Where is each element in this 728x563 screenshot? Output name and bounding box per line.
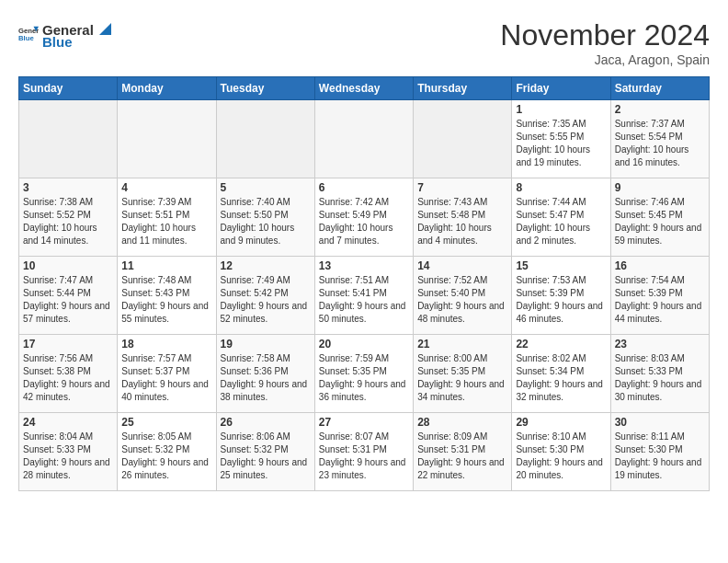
title-block: November 2024 Jaca, Aragon, Spain [500,18,710,67]
calendar-day-20: 20Sunrise: 7:59 AM Sunset: 5:35 PM Dayli… [314,335,413,413]
day-number: 20 [319,338,409,350]
calendar-day-empty [216,100,314,178]
calendar-day-11: 11Sunrise: 7:48 AM Sunset: 5:43 PM Dayli… [118,257,216,335]
day-info: Sunrise: 7:54 AM Sunset: 5:39 PM Dayligh… [615,274,705,326]
calendar-header-thursday: Thursday [414,77,512,100]
day-info: Sunrise: 8:07 AM Sunset: 5:31 PM Dayligh… [319,431,409,482]
day-number: 16 [615,259,705,272]
day-number: 9 [615,181,705,194]
day-info: Sunrise: 7:46 AM Sunset: 5:45 PM Dayligh… [615,196,705,247]
calendar-week-3: 10Sunrise: 7:47 AM Sunset: 5:44 PM Dayli… [19,257,710,335]
calendar-day-28: 28Sunrise: 8:09 AM Sunset: 5:31 PM Dayli… [414,413,512,491]
calendar-day-26: 26Sunrise: 8:06 AM Sunset: 5:32 PM Dayli… [216,413,314,491]
day-info: Sunrise: 7:40 AM Sunset: 5:50 PM Dayligh… [221,196,311,247]
day-number: 1 [516,103,606,116]
day-number: 23 [615,338,705,350]
day-info: Sunrise: 8:00 AM Sunset: 5:35 PM Dayligh… [417,352,507,404]
calendar-day-23: 23Sunrise: 8:03 AM Sunset: 5:33 PM Dayli… [610,335,709,413]
month-title: November 2024 [500,18,710,52]
calendar-day-empty [314,100,413,178]
day-info: Sunrise: 7:56 AM Sunset: 5:38 PM Dayligh… [23,352,113,404]
day-number: 25 [121,416,211,429]
calendar-week-1: 1Sunrise: 7:35 AM Sunset: 5:55 PM Daylig… [19,100,710,178]
day-info: Sunrise: 7:35 AM Sunset: 5:55 PM Dayligh… [516,118,606,169]
calendar-header-sunday: Sunday [19,77,118,100]
day-info: Sunrise: 8:11 AM Sunset: 5:30 PM Dayligh… [615,431,705,482]
calendar-week-4: 17Sunrise: 7:56 AM Sunset: 5:38 PM Dayli… [19,335,710,413]
calendar-day-24: 24Sunrise: 8:04 AM Sunset: 5:33 PM Dayli… [19,413,118,491]
calendar-day-8: 8Sunrise: 7:44 AM Sunset: 5:47 PM Daylig… [512,178,610,257]
day-number: 27 [319,416,409,429]
calendar-header-monday: Monday [118,77,216,100]
day-number: 29 [516,416,606,429]
calendar-day-14: 14Sunrise: 7:52 AM Sunset: 5:40 PM Dayli… [414,257,512,335]
calendar-day-29: 29Sunrise: 8:10 AM Sunset: 5:30 PM Dayli… [512,413,610,491]
calendar-day-4: 4Sunrise: 7:39 AM Sunset: 5:51 PM Daylig… [118,178,216,257]
calendar-day-30: 30Sunrise: 8:11 AM Sunset: 5:30 PM Dayli… [610,413,709,491]
day-number: 19 [221,338,311,350]
day-number: 17 [23,338,113,350]
day-number: 2 [615,103,705,116]
day-info: Sunrise: 7:39 AM Sunset: 5:51 PM Dayligh… [121,196,211,247]
calendar-day-13: 13Sunrise: 7:51 AM Sunset: 5:41 PM Dayli… [314,257,413,335]
calendar-day-2: 2Sunrise: 7:37 AM Sunset: 5:54 PM Daylig… [610,100,709,178]
day-info: Sunrise: 8:10 AM Sunset: 5:30 PM Dayligh… [516,431,606,482]
calendar-header-friday: Friday [512,77,610,100]
day-info: Sunrise: 7:47 AM Sunset: 5:44 PM Dayligh… [23,274,113,326]
calendar-week-5: 24Sunrise: 8:04 AM Sunset: 5:33 PM Dayli… [19,413,710,491]
day-number: 22 [516,338,606,350]
day-info: Sunrise: 7:48 AM Sunset: 5:43 PM Dayligh… [121,274,211,326]
day-info: Sunrise: 7:49 AM Sunset: 5:42 PM Dayligh… [221,274,311,326]
day-number: 12 [221,259,311,272]
calendar-day-15: 15Sunrise: 7:53 AM Sunset: 5:39 PM Dayli… [512,257,610,335]
calendar-day-empty [118,100,216,178]
calendar-day-1: 1Sunrise: 7:35 AM Sunset: 5:55 PM Daylig… [512,100,610,178]
logo: General Blue General Blue [18,18,112,50]
day-number: 24 [23,416,113,429]
svg-text:Blue: Blue [18,34,34,42]
day-info: Sunrise: 7:51 AM Sunset: 5:41 PM Dayligh… [319,274,409,326]
day-info: Sunrise: 8:04 AM Sunset: 5:33 PM Dayligh… [23,431,113,482]
day-info: Sunrise: 7:38 AM Sunset: 5:52 PM Dayligh… [23,196,113,247]
calendar-day-19: 19Sunrise: 7:58 AM Sunset: 5:36 PM Dayli… [216,335,314,413]
day-number: 13 [319,259,409,272]
calendar-day-12: 12Sunrise: 7:49 AM Sunset: 5:42 PM Dayli… [216,257,314,335]
calendar-day-10: 10Sunrise: 7:47 AM Sunset: 5:44 PM Dayli… [19,257,118,335]
calendar-day-9: 9Sunrise: 7:46 AM Sunset: 5:45 PM Daylig… [610,178,709,257]
day-number: 15 [516,259,606,272]
calendar-week-2: 3Sunrise: 7:38 AM Sunset: 5:52 PM Daylig… [19,178,710,257]
day-info: Sunrise: 7:58 AM Sunset: 5:36 PM Dayligh… [221,352,311,404]
calendar-day-25: 25Sunrise: 8:05 AM Sunset: 5:32 PM Dayli… [118,413,216,491]
day-info: Sunrise: 7:42 AM Sunset: 5:49 PM Dayligh… [319,196,409,247]
day-info: Sunrise: 8:02 AM Sunset: 5:34 PM Dayligh… [516,352,606,404]
calendar-day-17: 17Sunrise: 7:56 AM Sunset: 5:38 PM Dayli… [19,335,118,413]
location: Jaca, Aragon, Spain [500,52,710,67]
calendar-day-22: 22Sunrise: 8:02 AM Sunset: 5:34 PM Dayli… [512,335,610,413]
calendar-day-18: 18Sunrise: 7:57 AM Sunset: 5:37 PM Dayli… [118,335,216,413]
calendar-day-7: 7Sunrise: 7:43 AM Sunset: 5:48 PM Daylig… [414,178,512,257]
calendar-day-empty [414,100,512,178]
calendar-header-wednesday: Wednesday [314,77,413,100]
day-number: 4 [121,181,211,194]
day-info: Sunrise: 8:09 AM Sunset: 5:31 PM Dayligh… [417,431,507,482]
day-number: 7 [417,181,507,194]
day-number: 28 [417,416,507,429]
day-number: 11 [121,259,211,272]
svg-marker-3 [99,23,111,35]
calendar-day-21: 21Sunrise: 8:00 AM Sunset: 5:35 PM Dayli… [414,335,512,413]
day-number: 21 [417,338,507,350]
day-number: 3 [23,181,113,194]
day-info: Sunrise: 7:59 AM Sunset: 5:35 PM Dayligh… [319,352,409,404]
calendar-day-3: 3Sunrise: 7:38 AM Sunset: 5:52 PM Daylig… [19,178,118,257]
calendar-header-row: SundayMondayTuesdayWednesdayThursdayFrid… [19,77,710,100]
day-number: 30 [615,416,705,429]
day-info: Sunrise: 7:57 AM Sunset: 5:37 PM Dayligh… [121,352,211,404]
calendar-day-empty [19,100,118,178]
day-number: 18 [121,338,211,350]
day-info: Sunrise: 7:52 AM Sunset: 5:40 PM Dayligh… [417,274,507,326]
calendar-day-6: 6Sunrise: 7:42 AM Sunset: 5:49 PM Daylig… [314,178,413,257]
day-number: 14 [417,259,507,272]
day-number: 6 [319,181,409,194]
logo-icon: General Blue [18,24,39,44]
calendar-table: SundayMondayTuesdayWednesdayThursdayFrid… [18,76,710,491]
